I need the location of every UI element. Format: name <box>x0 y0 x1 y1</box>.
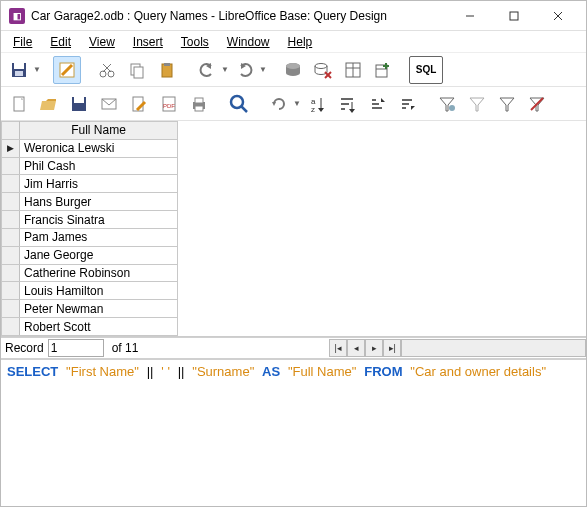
edit-doc-button[interactable] <box>125 90 153 118</box>
menu-insert[interactable]: Insert <box>125 33 171 51</box>
row-marker[interactable] <box>2 264 20 282</box>
grid-cell[interactable]: Peter Newman <box>20 300 178 318</box>
row-marker[interactable] <box>2 228 20 246</box>
row-marker[interactable] <box>2 318 20 336</box>
svg-marker-62 <box>411 106 415 110</box>
row-marker[interactable] <box>2 211 20 229</box>
grid-cell[interactable]: Jane George <box>20 246 178 264</box>
nav-first-button[interactable]: |◂ <box>329 339 347 357</box>
maximize-button[interactable] <box>492 2 536 30</box>
svg-rect-34 <box>74 97 84 103</box>
result-grid[interactable]: Full Name ▶Weronica Lewski Phil Cash Jim… <box>1 121 586 337</box>
row-marker[interactable]: ▶ <box>2 139 20 157</box>
grid-cell[interactable]: Hans Burger <box>20 193 178 211</box>
menu-window[interactable]: Window <box>219 33 278 51</box>
menu-edit[interactable]: Edit <box>42 33 79 51</box>
row-selector-header[interactable] <box>2 122 20 140</box>
svg-marker-54 <box>349 109 355 113</box>
row-marker[interactable] <box>2 300 20 318</box>
grid-cell[interactable]: Robert Scott <box>20 318 178 336</box>
edit-mode-button[interactable] <box>53 56 81 84</box>
toolbar-secondary: PDF ▼ az <box>1 87 586 121</box>
row-marker[interactable] <box>2 193 20 211</box>
undo-dropdown[interactable]: ▼ <box>221 65 229 74</box>
reload-dropdown[interactable]: ▼ <box>293 99 301 108</box>
sort-auto-button[interactable]: az <box>303 90 331 118</box>
menu-file[interactable]: File <box>5 33 40 51</box>
close-button[interactable] <box>536 2 580 30</box>
svg-rect-42 <box>195 106 203 111</box>
record-current-input[interactable] <box>48 339 104 357</box>
save-button[interactable] <box>5 56 33 84</box>
svg-rect-14 <box>134 67 143 78</box>
run-query-button[interactable] <box>279 56 307 84</box>
titlebar: ◧ Car Garage2.odb : Query Names - LibreO… <box>1 1 586 31</box>
svg-marker-49 <box>318 108 324 112</box>
menu-tools[interactable]: Tools <box>173 33 217 51</box>
minimize-button[interactable] <box>448 2 492 30</box>
svg-marker-65 <box>470 98 484 111</box>
svg-rect-41 <box>195 98 203 103</box>
window-title: Car Garage2.odb : Query Names - LibreOff… <box>31 9 448 23</box>
grid-cell[interactable]: Francis Sinatra <box>20 211 178 229</box>
filter-off-button[interactable] <box>523 90 551 118</box>
grid-cell[interactable]: Pam James <box>20 228 178 246</box>
save2-button[interactable] <box>65 90 93 118</box>
svg-rect-16 <box>164 63 170 66</box>
nav-prev-button[interactable]: ◂ <box>347 339 365 357</box>
toolbar-primary: ▼ ▼ ▼ SQL <box>1 53 586 87</box>
menu-view[interactable]: View <box>81 33 123 51</box>
row-marker[interactable] <box>2 175 20 193</box>
save-dropdown[interactable]: ▼ <box>33 65 41 74</box>
grid-cell[interactable]: Phil Cash <box>20 157 178 175</box>
copy-button[interactable] <box>123 56 151 84</box>
window-buttons <box>448 2 580 30</box>
redo-dropdown[interactable]: ▼ <box>259 65 267 74</box>
sort-asc-button[interactable] <box>363 90 391 118</box>
row-marker[interactable] <box>2 157 20 175</box>
nav-next-button[interactable]: ▸ <box>365 339 383 357</box>
menubar: File Edit View Insert Tools Window Help <box>1 31 586 53</box>
row-marker[interactable] <box>2 282 20 300</box>
sql-button[interactable]: SQL <box>409 56 443 84</box>
grid-cell[interactable]: Weronica Lewski <box>20 139 178 157</box>
reload-button[interactable] <box>265 90 293 118</box>
svg-marker-58 <box>381 98 385 102</box>
grid-cell[interactable]: Louis Hamilton <box>20 282 178 300</box>
svg-point-21 <box>315 63 327 68</box>
svg-rect-5 <box>14 63 24 69</box>
clear-query-button[interactable] <box>309 56 337 84</box>
sort-desc-button[interactable] <box>393 90 421 118</box>
filter-auto-button[interactable] <box>433 90 461 118</box>
find-button[interactable] <box>225 90 253 118</box>
print-button[interactable] <box>185 90 213 118</box>
grid-cell[interactable]: Catherine Robinson <box>20 264 178 282</box>
open-button[interactable] <box>35 90 63 118</box>
cut-button[interactable] <box>93 56 121 84</box>
menu-help[interactable]: Help <box>280 33 321 51</box>
filter-std-button[interactable] <box>493 90 521 118</box>
column-header-fullname[interactable]: Full Name <box>20 122 178 140</box>
redo-button[interactable] <box>231 56 259 84</box>
sort-config-button[interactable] <box>333 90 361 118</box>
record-label: Record <box>1 341 48 355</box>
new-doc-button[interactable] <box>5 90 33 118</box>
add-table-button[interactable] <box>369 56 397 84</box>
row-marker[interactable] <box>2 246 20 264</box>
sql-editor[interactable]: SELECT "First Name" || ' ' || "Surname" … <box>1 359 586 506</box>
filter-apply-button[interactable] <box>463 90 491 118</box>
svg-line-44 <box>241 106 247 112</box>
design-view-button[interactable] <box>339 56 367 84</box>
undo-button[interactable] <box>193 56 221 84</box>
nav-scroll-track[interactable] <box>401 339 586 357</box>
record-navigator: Record of 11 |◂ ◂ ▸ ▸| <box>1 337 586 359</box>
grid-empty-area <box>178 121 586 336</box>
email-button[interactable] <box>95 90 123 118</box>
svg-marker-66 <box>500 98 514 111</box>
pdf-button[interactable]: PDF <box>155 90 183 118</box>
svg-rect-1 <box>510 12 518 20</box>
paste-button[interactable] <box>153 56 181 84</box>
svg-point-64 <box>449 105 455 111</box>
grid-cell[interactable]: Jim Harris <box>20 175 178 193</box>
nav-last-button[interactable]: ▸| <box>383 339 401 357</box>
